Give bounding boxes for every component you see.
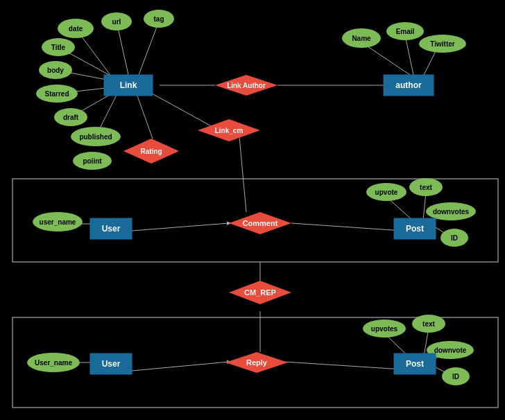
attr-tag-label: tag [154, 15, 164, 23]
attr-point-label: poiint [83, 157, 102, 165]
rel-linkcm-label: Link_cm [215, 127, 243, 134]
entity-user1-label: User [102, 224, 121, 234]
attr-text1-label: text [420, 184, 432, 191]
attr-upvote1-label: upvote [375, 189, 398, 196]
attr-downvote2-label: downvote [434, 347, 467, 354]
attr-url-label: url [112, 18, 121, 26]
attr-upvotes2-label: upvotes [371, 325, 398, 333]
rel-comment-label: Comment [243, 219, 278, 227]
line-link-rating [135, 90, 153, 139]
line-comment-post1 [291, 223, 402, 231]
attr-starred-label: Starred [44, 90, 69, 98]
line-author-email [405, 35, 413, 75]
attr-email-label: Email [396, 28, 415, 35]
attr-username2-label: User_name [35, 359, 72, 367]
attr-username1-label: user_name [40, 218, 76, 226]
attr-id2-label: ID [452, 373, 459, 380]
attr-id1-label: ID [451, 234, 458, 242]
attr-published-label: published [79, 133, 112, 141]
rel-linkauthor-label: Link Author [227, 82, 266, 89]
entity-user2-label: User [102, 359, 121, 369]
line-link-linkcm [146, 90, 215, 128]
attr-name-label: Name [352, 35, 371, 42]
attr-twitter-label: Tiwitter [430, 40, 454, 48]
rel-reply-label: Reply [246, 358, 268, 367]
attr-text2-label: text [422, 320, 435, 328]
line-user1-comment [132, 223, 229, 231]
line-link-tag [139, 21, 159, 75]
line-user2-reply [132, 362, 229, 371]
rel-cmrep-label: CM_REP [244, 288, 276, 297]
attr-draft-label: draft [63, 114, 79, 121]
line-author-name [361, 42, 410, 75]
er-diagram: date url tag Title body Starred draft pu… [0, 0, 505, 420]
attr-date-label: date [69, 25, 83, 33]
entity-post1-label: Post [406, 224, 424, 234]
entity-link-label: Link [120, 80, 137, 90]
diagram-svg: date url tag Title body Starred draft pu… [0, 0, 505, 420]
line-post1-text1 [423, 193, 426, 220]
rel-rating-label: Rating [140, 148, 162, 155]
attr-body-label: body [47, 67, 64, 74]
line-reply-post2 [284, 362, 402, 369]
entity-author-label: author [395, 80, 422, 90]
attr-title-label: Title [51, 44, 66, 51]
entity-post2-label: Post [406, 359, 424, 369]
attr-downvotes1-label: downvotes [433, 208, 470, 216]
line-linkcm-comment [239, 137, 246, 212]
